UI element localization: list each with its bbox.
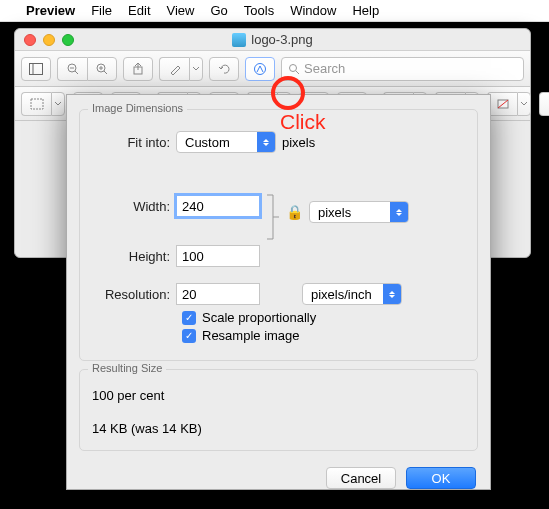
fill-color-button[interactable] <box>487 92 517 116</box>
width-label: Width: <box>92 199 170 214</box>
menu-view[interactable]: View <box>167 3 195 18</box>
resample-image-label: Resample image <box>202 328 300 343</box>
cancel-button[interactable]: Cancel <box>326 467 396 489</box>
resulting-size-group: Resulting Size 100 per cent 14 KB (was 1… <box>79 369 478 451</box>
markup-toggle-button[interactable] <box>245 57 275 81</box>
titlebar: logo-3.png <box>15 29 530 51</box>
svg-line-3 <box>75 71 78 74</box>
search-icon <box>288 63 300 75</box>
scale-proportionally-checkbox[interactable]: ✓Scale proportionally <box>182 310 465 325</box>
width-input[interactable] <box>176 195 260 217</box>
scale-proportionally-label: Scale proportionally <box>202 310 316 325</box>
fit-into-unit-label: pixels <box>282 135 315 150</box>
search-placeholder: Search <box>304 61 345 76</box>
resolution-label: Resolution: <box>92 287 170 302</box>
menu-tools[interactable]: Tools <box>244 3 274 18</box>
ok-button[interactable]: OK <box>406 467 476 489</box>
resolution-input[interactable] <box>176 283 260 305</box>
resulting-size-title: Resulting Size <box>88 362 166 374</box>
font-style-button[interactable]: A <box>539 92 549 116</box>
app-menu[interactable]: Preview <box>26 3 75 18</box>
tutorial-click-label: Click <box>280 110 326 134</box>
menu-help[interactable]: Help <box>352 3 379 18</box>
constrain-bracket <box>266 171 280 241</box>
sidebar-toggle-button[interactable] <box>21 57 51 81</box>
fit-into-label: Fit into: <box>92 135 170 150</box>
resulting-filesize: 14 KB (was 14 KB) <box>92 421 465 436</box>
height-input[interactable] <box>176 245 260 267</box>
height-label: Height: <box>92 249 170 264</box>
fit-into-select[interactable]: Custom <box>176 131 276 153</box>
document-icon <box>232 33 246 47</box>
resulting-percent: 100 per cent <box>92 388 465 403</box>
svg-point-12 <box>290 64 297 71</box>
menubar: Preview File Edit View Go Tools Window H… <box>0 0 549 22</box>
fill-color-menu-button[interactable] <box>517 92 531 116</box>
share-button[interactable] <box>123 57 153 81</box>
resample-image-checkbox[interactable]: ✓Resample image <box>182 328 465 343</box>
menu-edit[interactable]: Edit <box>128 3 150 18</box>
svg-rect-0 <box>30 63 43 74</box>
rect-select-button[interactable] <box>21 92 51 116</box>
image-dimensions-sheet: Image Dimensions Fit into: Custom pixels… <box>66 94 491 490</box>
main-toolbar: Search <box>15 51 530 87</box>
zoom-out-button[interactable] <box>57 57 87 81</box>
rotate-button[interactable] <box>209 57 239 81</box>
select-menu-button[interactable] <box>51 92 65 116</box>
menu-go[interactable]: Go <box>210 3 227 18</box>
svg-line-6 <box>104 71 107 74</box>
highlight-button[interactable] <box>159 57 189 81</box>
menu-file[interactable]: File <box>91 3 112 18</box>
menu-window[interactable]: Window <box>290 3 336 18</box>
group-title: Image Dimensions <box>88 102 187 114</box>
image-dimensions-group: Image Dimensions Fit into: Custom pixels… <box>79 109 478 361</box>
resolution-unit-select[interactable]: pixels/inch <box>302 283 402 305</box>
zoom-in-button[interactable] <box>87 57 117 81</box>
highlight-menu-button[interactable] <box>189 57 203 81</box>
svg-rect-14 <box>31 99 43 109</box>
lock-icon[interactable]: 🔒 <box>286 204 303 220</box>
search-field[interactable]: Search <box>281 57 524 81</box>
svg-line-13 <box>296 71 299 74</box>
window-title: logo-3.png <box>251 32 312 47</box>
wh-unit-select[interactable]: pixels <box>309 201 409 223</box>
